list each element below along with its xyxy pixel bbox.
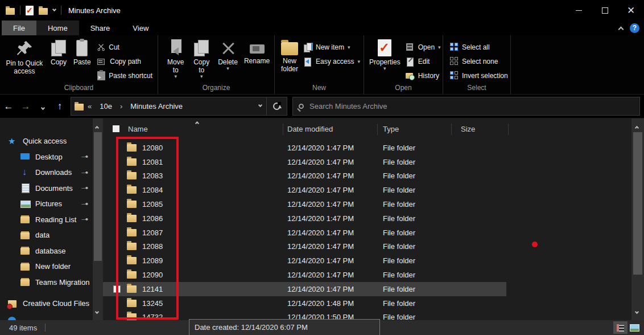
paste-shortcut-button[interactable]: Paste shortcut (94, 68, 156, 83)
navigation-pane: Quick access 📍︎ Desktop 📍︎ Downloads 📍︎ … (0, 119, 93, 320)
forward-button[interactable]: → (17, 101, 34, 112)
file-date-modified: 12/14/2020 1:47 PM (287, 144, 354, 152)
up-button[interactable]: ↑ (51, 101, 68, 112)
scroll-down-icon[interactable] (95, 310, 99, 314)
button-label: Open (418, 43, 435, 51)
properties-icon (378, 39, 391, 56)
scroll-up-icon[interactable] (635, 126, 639, 130)
move-to-button[interactable]: Move to ▾ (163, 37, 188, 83)
recent-locations-icon[interactable] (34, 101, 51, 112)
column-resizer[interactable] (283, 124, 283, 135)
breadcrumb-current[interactable]: Minutes Archive (130, 102, 183, 111)
main-content: Quick access 📍︎ Desktop 📍︎ Downloads 📍︎ … (0, 119, 644, 320)
list-header: Name Date modified Type Size (103, 121, 631, 138)
column-resizer[interactable] (451, 124, 452, 135)
close-button[interactable]: ✕ (618, 0, 644, 21)
details-view-icon (617, 324, 624, 332)
sidebar-item[interactable]: Teams Migration 📍︎ (0, 275, 93, 291)
divider (61, 6, 61, 15)
help-icon[interactable]: ? (630, 23, 639, 33)
details-view-button[interactable] (613, 321, 628, 334)
select-all-button[interactable]: Select all (447, 40, 511, 54)
window-title: Minutes Archive (68, 6, 121, 15)
easy-access-button[interactable]: Easy access ▾ (300, 54, 364, 68)
sidebar-item-label: Downloads (35, 168, 72, 177)
cut-button[interactable]: Cut (94, 40, 156, 54)
rename-icon (247, 43, 267, 55)
column-header-name[interactable]: Name (128, 125, 148, 133)
column-header-size[interactable]: Size (461, 125, 475, 133)
sidebar-item[interactable]: Pictures 📍︎ (0, 196, 93, 212)
new-item-button[interactable]: New item ▾ (300, 40, 364, 54)
history-icon (406, 71, 415, 80)
chevron-down-icon[interactable] (52, 7, 56, 11)
file-date-modified: 12/14/2020 1:48 PM (287, 299, 354, 308)
delete-icon (220, 40, 236, 56)
tab-view[interactable]: View (121, 21, 160, 35)
button-label: Copy path (110, 58, 141, 66)
open-button[interactable]: Open ▾ (402, 40, 444, 54)
sidebar-item[interactable]: Quick access 📍︎ (0, 133, 93, 149)
tab-home[interactable]: Home (36, 21, 79, 35)
back-button[interactable]: ← (0, 101, 17, 112)
minimize-button[interactable] (565, 0, 592, 21)
sort-ascending-icon (195, 121, 199, 125)
sidebar-item[interactable]: Desktop 📍︎ (0, 149, 93, 165)
scroll-down-icon[interactable] (635, 310, 639, 314)
copy-to-button[interactable]: Copy to ▾ (188, 37, 214, 83)
address-dropdown-icon[interactable] (258, 103, 262, 107)
sidebar-item[interactable]: Downloads 📍︎ (0, 165, 93, 181)
breadcrumb-collapse[interactable]: « (88, 102, 92, 111)
paste-button[interactable]: Paste (70, 37, 94, 83)
copy-icon (51, 39, 66, 56)
properties-check-icon[interactable] (26, 6, 34, 15)
pushpin-icon (16, 39, 33, 58)
scroll-up-icon[interactable] (95, 126, 99, 130)
list-scrollbar[interactable] (631, 119, 644, 320)
refresh-button[interactable] (267, 97, 287, 116)
properties-button[interactable]: Properties ▾ (368, 37, 402, 83)
column-header-type[interactable]: Type (383, 125, 399, 133)
maximize-button[interactable] (592, 0, 618, 21)
tab-share[interactable]: Share (79, 21, 122, 35)
address-bar[interactable]: « 10e › Minutes Archive (71, 97, 267, 116)
thumbnails-view-button[interactable] (628, 321, 642, 334)
copy-button[interactable]: Copy (47, 37, 70, 83)
sidebar-item[interactable]: 📍︎ (0, 312, 93, 321)
file-date-modified: 12/14/2020 1:47 PM (287, 271, 354, 279)
paste-icon (76, 40, 88, 56)
sidebar-item[interactable]: Creative Cloud Files 📍︎ (0, 296, 93, 312)
column-resizer[interactable] (508, 124, 509, 135)
sidebar-item[interactable]: New folder 📍︎ (0, 259, 93, 275)
sidebar-scrollbar[interactable] (93, 119, 103, 320)
edit-button[interactable]: Edit (402, 54, 444, 68)
ribbon-group-new: New folder New item ▾ Easy access ▾ New (275, 35, 364, 94)
select-all-icon (450, 43, 459, 51)
group-label-clipboard: Clipboard (0, 83, 158, 94)
file-type: File folder (383, 158, 415, 166)
scrollbar-thumb[interactable] (94, 132, 102, 261)
collapse-ribbon-icon[interactable] (618, 26, 624, 32)
history-button[interactable]: History (402, 68, 444, 83)
select-all-checkbox[interactable] (113, 125, 119, 132)
search-box[interactable]: Search Minutes Archive (292, 97, 640, 116)
new-folder-button[interactable]: New folder (279, 37, 300, 83)
delete-button[interactable]: Delete ▾ (214, 37, 241, 83)
group-label-select: Select (443, 83, 510, 94)
pin-to-quick-access-button[interactable]: Pin to Quick access (2, 37, 47, 83)
sidebar-item[interactable]: Reading List 📍︎ (0, 212, 93, 228)
select-none-button[interactable]: Select none (447, 54, 511, 68)
breadcrumb-root[interactable]: 10e (100, 102, 112, 111)
rename-button[interactable]: Rename (241, 37, 273, 83)
sidebar-item[interactable]: data 📍︎ (0, 227, 93, 243)
column-header-date-modified[interactable]: Date modified (287, 125, 333, 133)
column-resizer[interactable] (377, 124, 378, 135)
scrollbar-thumb[interactable] (633, 132, 642, 275)
refresh-icon (273, 103, 280, 110)
sidebar-item[interactable]: database 📍︎ (0, 243, 93, 259)
copy-path-button[interactable]: Copy path (94, 54, 156, 68)
tab-file[interactable]: File (2, 21, 36, 35)
sidebar-item[interactable]: Documents 📍︎ (0, 181, 93, 197)
folder-icon[interactable] (39, 8, 48, 15)
invert-selection-button[interactable]: Invert selection (447, 68, 511, 83)
